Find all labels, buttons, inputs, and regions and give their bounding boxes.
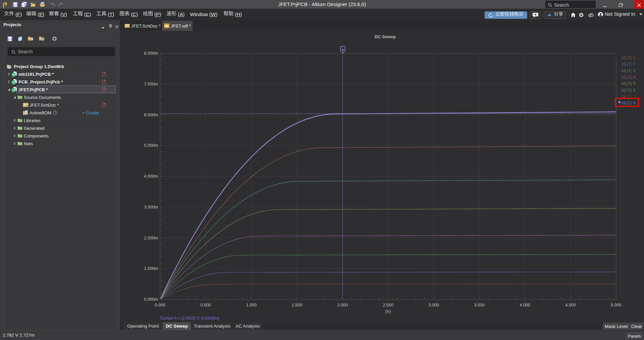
svg-text:7.000m: 7.000m [144,82,158,87]
svg-text:id(J1) 8: id(J1) 8 [622,101,636,105]
svg-text:5.000m: 5.000m [144,143,158,148]
svg-text:0.500: 0.500 [200,303,211,307]
svg-text:1.500: 1.500 [292,303,302,307]
svg-text:a: a [342,48,344,52]
svg-text:DC Sweep: DC Sweep [375,34,396,39]
svg-text:3.500: 3.500 [474,303,485,307]
svg-text:id(J1) 5: id(J1) 5 [622,81,636,86]
svg-text:2.000: 2.000 [337,303,348,307]
svg-text:?: ? [54,111,56,114]
svg-text:id(J1) 1: id(J1) 1 [622,55,636,60]
svg-text:id(J1) 2: id(J1) 2 [622,62,636,66]
svg-text:4.500: 4.500 [565,303,576,307]
svg-text:5.000: 5.000 [611,303,621,307]
svg-text:0.000m: 0.000m [144,297,158,302]
svg-text:Cursor A = (2.0022 V, 6.0425m): Cursor A = (2.0022 V, 6.0425m) [160,316,219,321]
svg-text:6.000m: 6.000m [144,113,158,117]
svg-text:id(J1) 6: id(J1) 6 [622,88,636,93]
svg-text:id(J1) 3: id(J1) 3 [622,68,636,73]
svg-text:2.000m: 2.000m [144,236,158,240]
svg-text:1.000m: 1.000m [144,266,158,271]
svg-text:1.000: 1.000 [246,303,256,307]
svg-text:3.000: 3.000 [429,303,439,307]
svg-text:0.000: 0.000 [155,303,165,307]
svg-text:4.000m: 4.000m [144,174,158,179]
svg-text:8.000m: 8.000m [144,51,158,56]
svg-text:id(J1) 4: id(J1) 4 [622,75,636,79]
svg-text:2.500: 2.500 [383,303,393,307]
svg-text:(V): (V) [385,309,391,314]
svg-text:4.000: 4.000 [520,303,530,307]
svg-text:3.000m: 3.000m [144,205,158,210]
